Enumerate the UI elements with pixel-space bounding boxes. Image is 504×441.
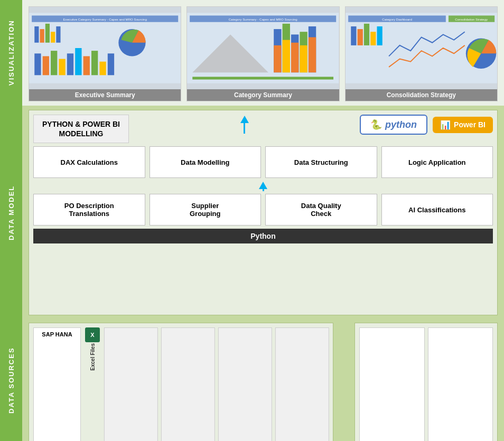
svg-rect-4 <box>40 29 44 43</box>
dax-calculations-box: DAX Calculations <box>33 146 145 178</box>
svg-rect-42 <box>370 32 376 45</box>
company-codes-label: Company Codes <box>275 327 329 441</box>
excel-col: X Excel Files <box>84 327 101 441</box>
data-quality-check-box: Data Quality Check <box>265 194 377 226</box>
external-data-box: Supplier Line of Business Supplier Paren… <box>354 323 498 441</box>
category-summary-label: Category Summary <box>187 89 339 101</box>
svg-rect-10 <box>43 56 49 75</box>
svg-rect-40 <box>357 29 362 45</box>
visualization-section: Executive Category Summary - Capex and M… <box>22 0 504 106</box>
procurement-taxonomy-label: Procurement Taxonomy <box>161 327 215 441</box>
sap-box: SAP HANA SAP ECC SAP SAP <box>33 327 81 441</box>
powerbi-icon: 📊 <box>440 120 451 130</box>
svg-rect-14 <box>75 48 81 75</box>
datasources-section: SAP HANA SAP ECC SAP SAP X <box>22 320 504 441</box>
svg-rect-26 <box>283 40 290 73</box>
side-labels: VISUALIZATION DATA MODEL DATA SOURCES <box>0 0 22 441</box>
svg-rect-12 <box>59 59 65 76</box>
svg-rect-39 <box>351 26 356 45</box>
executive-summary-image: Executive Category Summary - Capex and M… <box>29 7 181 89</box>
svg-rect-24 <box>274 45 282 72</box>
svg-text:Category Dashboard: Category Dashboard <box>382 17 412 21</box>
arrow-between-rows <box>259 181 267 189</box>
arrow-up-visualization <box>240 115 249 123</box>
svg-rect-5 <box>45 24 50 43</box>
svg-text:Category Summary - Capex and M: Category Summary - Capex and MRO Sourcin… <box>229 17 298 21</box>
datasources-label: DATA SOURCES <box>0 320 22 441</box>
svg-rect-28 <box>291 43 298 72</box>
svg-text:Executive Category Summary - C: Executive Category Summary - Capex and M… <box>63 17 147 21</box>
svg-rect-7 <box>56 26 60 43</box>
executive-summary-label: Executive Summary <box>29 89 181 101</box>
bottom-boxes-row: PO Description Translations Supplier Gro… <box>33 194 493 226</box>
inner-arrow <box>33 181 493 191</box>
python-bi-title: PYTHON & POWER BI MODELLING <box>33 115 129 143</box>
svg-rect-33 <box>193 77 334 79</box>
vendor-data-col: Vendor Data <box>104 327 158 441</box>
internal-data-box: SAP HANA SAP ECC SAP SAP X <box>29 323 333 441</box>
svg-rect-41 <box>364 24 369 45</box>
svg-rect-17 <box>99 62 106 76</box>
consolidation-strategy-image: Category Dashboard Consolidation Strateg… <box>346 7 497 89</box>
company-codes-col: Company Codes <box>275 327 329 441</box>
vendor-data-label: Vendor Data <box>104 327 158 441</box>
python-bar: Python <box>33 229 493 243</box>
internal-data-content: SAP HANA SAP ECC SAP SAP X <box>29 323 333 441</box>
ai-classifications-box: AI Classifications <box>381 194 493 226</box>
external-data-content: Supplier Line of Business Supplier Paren… <box>355 323 497 441</box>
svg-rect-16 <box>91 51 98 75</box>
svg-rect-3 <box>34 26 39 43</box>
sap-hana-item: SAP HANA <box>33 327 81 441</box>
svg-rect-18 <box>108 53 114 75</box>
python-logo: 🐍 python <box>360 115 427 135</box>
consolidation-strategy-card[interactable]: Category Dashboard Consolidation Strateg… <box>345 6 498 101</box>
svg-rect-13 <box>67 53 73 75</box>
data-structuring-box: Data Structuring <box>265 146 377 178</box>
python-snake-icon: 🐍 <box>370 119 382 130</box>
po-description-translations-box: PO Description Translations <box>33 194 145 226</box>
executive-summary-card[interactable]: Executive Category Summary - Capex and M… <box>29 6 181 101</box>
category-summary-card[interactable]: Category Summary - Capex and MRO Sourcin… <box>186 6 339 101</box>
excel-icon: X <box>85 327 100 342</box>
svg-rect-43 <box>377 26 382 45</box>
supplier-parent-child-box: Supplier Parent Child Mapping <box>428 327 493 441</box>
category-summary-image: Category Summary - Capex and MRO Sourcin… <box>187 7 339 89</box>
datamodel-inner: PYTHON & POWER BI MODELLING 🐍 python <box>29 110 498 315</box>
procurement-taxonomy-col: Procurement Taxonomy <box>161 327 215 441</box>
svg-rect-32 <box>309 37 316 72</box>
svg-rect-11 <box>51 51 57 75</box>
datasources-inner: SAP HANA SAP ECC SAP SAP X <box>29 323 498 441</box>
cost-center-label: Cost Center <box>218 327 272 441</box>
datamodel-label: DATA MODEL <box>0 106 22 320</box>
supplier-grouping-box: Supplier Grouping <box>150 194 262 226</box>
datamodel-section: PYTHON & POWER BI MODELLING 🐍 python <box>22 106 504 320</box>
visualization-label: VISUALIZATION <box>0 0 22 106</box>
consolidation-strategy-label: Consolidation Strategy <box>346 89 497 101</box>
top-boxes-row: DAX Calculations Data Modelling Data Str… <box>33 146 493 178</box>
python-bi-logos: 🐍 python 📊 Power BI <box>360 115 493 135</box>
excel-label: Excel Files <box>90 343 96 371</box>
svg-text:Consolidation Strategy: Consolidation Strategy <box>455 17 488 21</box>
main-content: Executive Category Summary - Capex and M… <box>22 0 504 441</box>
data-modelling-box: Data Modelling <box>150 146 262 178</box>
powerbi-logo: 📊 Power BI <box>433 117 493 133</box>
svg-rect-15 <box>83 56 90 75</box>
cost-center-col: Cost Center <box>218 327 272 441</box>
svg-rect-9 <box>34 53 41 75</box>
supplier-lob-box: Supplier Line of Business <box>359 327 424 441</box>
python-bi-header: PYTHON & POWER BI MODELLING 🐍 python <box>33 115 493 143</box>
svg-rect-6 <box>51 32 55 43</box>
svg-rect-30 <box>300 45 307 72</box>
logic-application-box: Logic Application <box>381 146 493 178</box>
